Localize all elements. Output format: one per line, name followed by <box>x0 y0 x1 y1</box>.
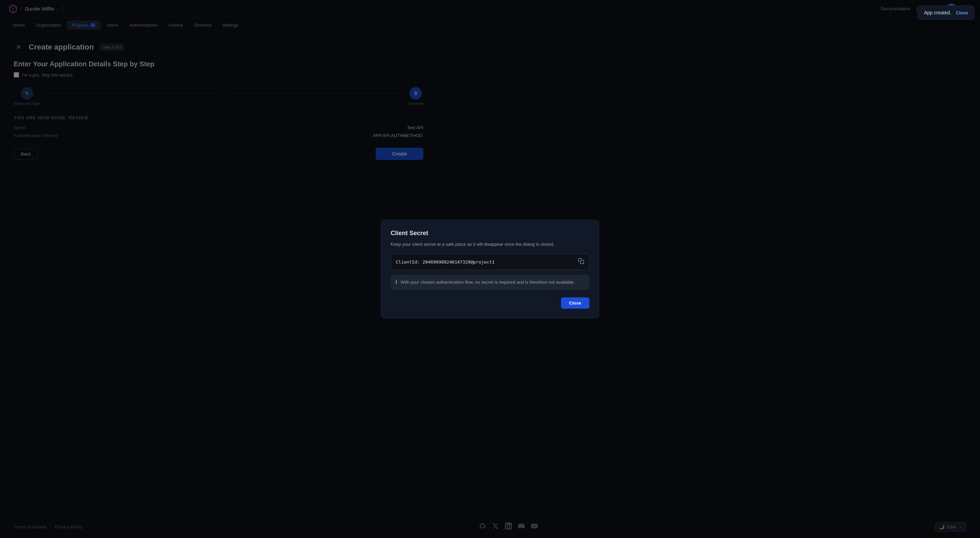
toast-message: App created. <box>924 10 951 15</box>
svg-rect-0 <box>581 260 584 264</box>
info-icon: ℹ <box>395 279 397 285</box>
info-text: With your chosen authentication flow, no… <box>401 279 575 286</box>
toast-notification: App created. Close <box>918 5 975 20</box>
client-id-value: 204696988246147329@project1 <box>422 259 495 265</box>
copy-icon[interactable] <box>578 258 584 266</box>
modal-close-button[interactable]: Close <box>561 297 589 309</box>
info-box: ℹ With your chosen authentication flow, … <box>391 275 589 290</box>
modal-overlay: Client Secret Keep your client secret at… <box>0 0 980 538</box>
client-secret-modal: Client Secret Keep your client secret at… <box>381 220 599 319</box>
client-id-box: ClientId: 204696988246147329@project1 <box>391 254 589 270</box>
modal-title: Client Secret <box>391 230 589 237</box>
modal-description: Keep your client secret at a safe place … <box>391 241 589 248</box>
client-id-text: ClientId: 204696988246147329@project1 <box>396 259 495 265</box>
toast-close-button[interactable]: Close <box>956 10 968 15</box>
